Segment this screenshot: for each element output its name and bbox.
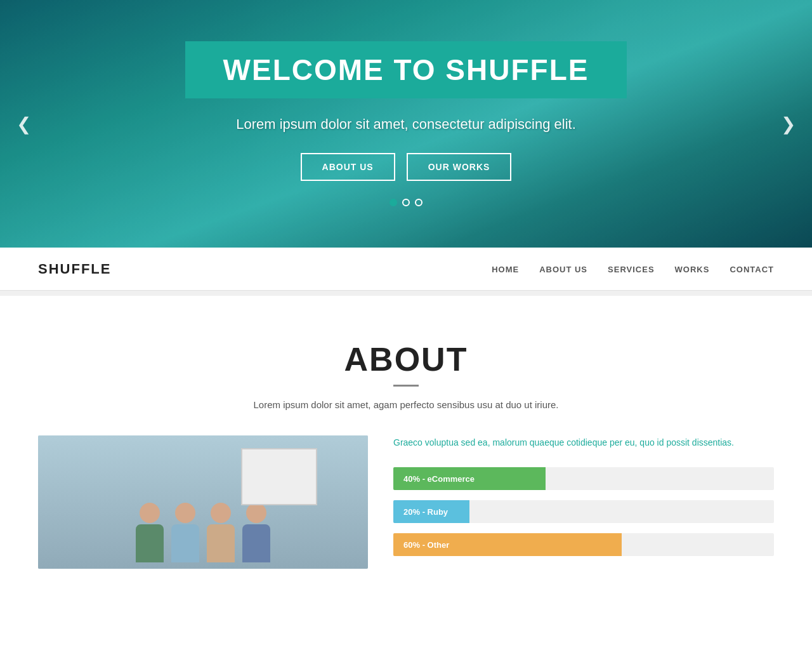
hero-prev-button[interactable]: ❮ [10, 107, 37, 141]
hero-title-box: WELCOME TO SHUFFLE [185, 41, 627, 98]
person-1 [136, 503, 164, 562]
dot-2[interactable] [402, 199, 410, 206]
hero-section: ❮ WELCOME TO SHUFFLE Lorem ipsum dolor s… [0, 0, 812, 248]
hero-title: WELCOME TO SHUFFLE [223, 53, 589, 87]
navbar-brand[interactable]: SHUFFLE [38, 261, 111, 277]
about-us-button[interactable]: ABOUT US [301, 153, 395, 181]
whiteboard [241, 448, 317, 505]
navbar: SHUFFLE HOME ABOUT US SERVICES WORKS CON… [0, 248, 812, 291]
progress-ruby: 20% - Ruby [393, 500, 774, 523]
about-description: Graeco voluptua sed ea, malorum quaeque … [393, 435, 774, 449]
progress-track-other: 60% - Other [393, 533, 774, 556]
progress-fill-other: 60% - Other [393, 533, 622, 556]
about-title: ABOUT [38, 340, 774, 378]
dot-1[interactable] [390, 199, 397, 206]
about-section: ABOUT Lorem ipsum dolor sit amet, agam p… [0, 296, 812, 594]
about-header: ABOUT Lorem ipsum dolor sit amet, agam p… [38, 340, 774, 410]
about-divider [393, 385, 419, 387]
about-right: Graeco voluptua sed ea, malorum quaeque … [393, 435, 774, 566]
about-subtitle: Lorem ipsum dolor sit amet, agam perfect… [216, 399, 596, 410]
hero-subtitle: Lorem ipsum dolor sit amet, consectetur … [185, 116, 627, 133]
our-works-button[interactable]: OUR WORKS [407, 153, 512, 181]
progress-other: 60% - Other [393, 533, 774, 556]
progress-fill-ecommerce: 40% - eCommerce [393, 467, 546, 490]
navbar-nav: HOME ABOUT US SERVICES WORKS CONTACT [492, 263, 774, 275]
about-team-image [38, 435, 368, 569]
hero-next-button[interactable]: ❯ [775, 107, 802, 141]
nav-item-contact[interactable]: CONTACT [730, 263, 774, 275]
person-4 [242, 503, 270, 562]
nav-item-about[interactable]: ABOUT US [539, 263, 587, 275]
nav-item-home[interactable]: HOME [492, 263, 519, 275]
about-body: Graeco voluptua sed ea, malorum quaeque … [38, 435, 774, 569]
person-2 [171, 503, 199, 562]
person-3 [207, 503, 235, 562]
dot-3[interactable] [415, 199, 422, 206]
progress-ecommerce: 40% - eCommerce [393, 467, 774, 490]
nav-item-services[interactable]: SERVICES [608, 263, 655, 275]
hero-content: WELCOME TO SHUFFLE Lorem ipsum dolor sit… [185, 41, 627, 206]
hero-buttons: ABOUT US OUR WORKS [185, 153, 627, 181]
hero-dots [185, 199, 627, 206]
section-divider [0, 291, 812, 296]
progress-fill-ruby: 20% - Ruby [393, 500, 469, 523]
nav-item-works[interactable]: WORKS [675, 263, 710, 275]
progress-track-ecommerce: 40% - eCommerce [393, 467, 774, 490]
progress-track-ruby: 20% - Ruby [393, 500, 774, 523]
